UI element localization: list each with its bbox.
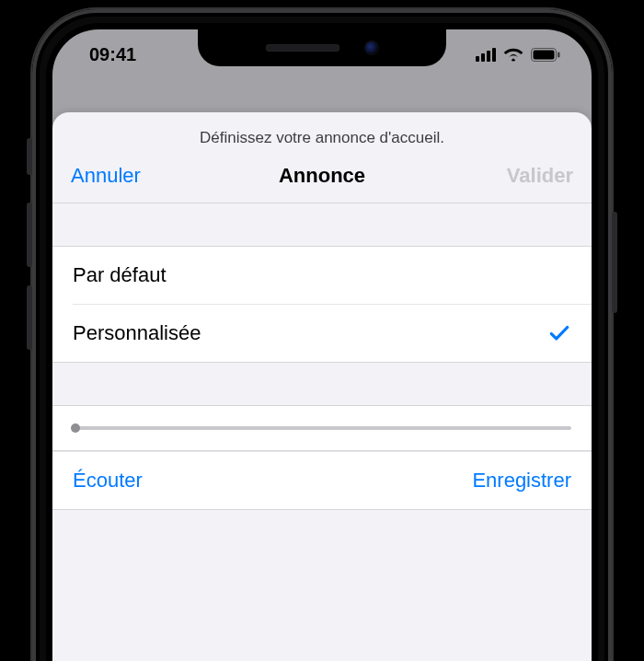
volume-up-button [27,203,32,267]
option-default[interactable]: Par défaut [52,247,592,304]
playback-progress-group [52,405,592,451]
speaker-grille [266,44,339,52]
group-gap-2 [52,363,592,405]
record-button[interactable]: Enregistrer [472,469,571,493]
mute-switch [27,138,32,175]
nav-bar: Annuler Annonce Valider [52,155,592,203]
screen: 09:41 [52,29,592,661]
option-custom[interactable]: Personnalisée [73,304,592,362]
cellular-icon [476,48,496,62]
slider-thumb[interactable] [71,423,80,433]
greeting-options-list: Par défaut Personnalisée [52,246,592,363]
checkmark-icon [547,321,571,345]
done-button[interactable]: Valider [507,164,573,188]
svg-rect-1 [534,50,555,59]
sheet-prompt: Définissez votre annonce d'accueil. [52,112,592,155]
play-button[interactable]: Écouter [73,469,143,493]
side-button [612,212,617,313]
playback-slider[interactable] [73,426,571,430]
greeting-sheet: Définissez votre annonce d'accueil. Annu… [52,112,592,661]
wifi-icon [503,47,523,62]
phone-frame: 09:41 [32,9,612,661]
option-default-label: Par défaut [73,263,167,287]
actions-row: Écouter Enregistrer [52,451,592,510]
group-gap [52,203,592,246]
bezel: 09:41 [46,23,598,661]
option-custom-label: Personnalisée [73,321,201,345]
notch [198,29,446,66]
svg-rect-2 [558,52,560,57]
battery-icon [531,48,560,62]
cancel-button[interactable]: Annuler [71,164,141,188]
front-camera [365,41,378,54]
volume-down-button [27,285,32,350]
